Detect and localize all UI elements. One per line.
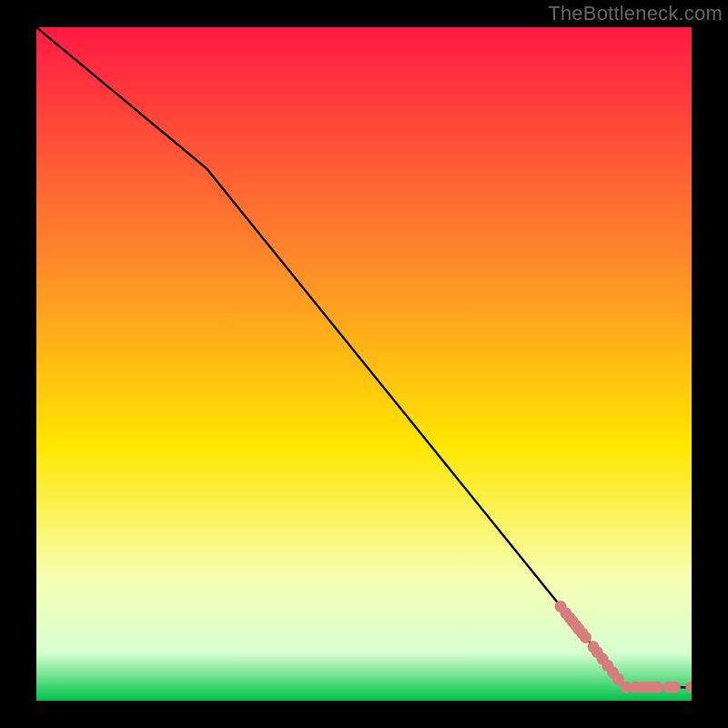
data-point xyxy=(652,682,663,693)
attribution-label: TheBottleneck.com xyxy=(548,2,723,25)
chart-frame: TheBottleneck.com xyxy=(0,0,728,728)
data-point xyxy=(669,682,681,693)
chart-svg xyxy=(36,27,692,701)
plot-area xyxy=(36,27,692,701)
data-point xyxy=(580,632,592,643)
